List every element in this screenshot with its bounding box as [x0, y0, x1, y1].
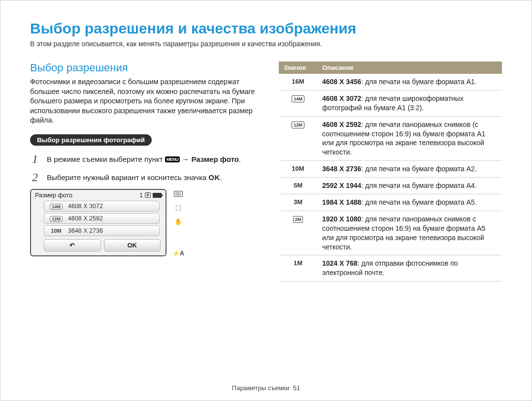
lcd-option-row[interactable]: 10M 3648 X 2736	[44, 225, 160, 236]
page-title: Выбор разрешения и качества изображения	[30, 20, 502, 37]
row-desc: 4608 X 3072: для печати широкоформатных …	[317, 90, 502, 116]
step-1-bold: Размер фото	[192, 155, 239, 163]
flash-auto-icon: ⚡A	[172, 250, 184, 257]
step-1-arrow: →	[180, 155, 191, 163]
lcd-option-row[interactable]: 12M 4608 X 2592	[44, 213, 160, 224]
step-1-dot: .	[239, 155, 241, 163]
row-desc: 4608 X 2592: для печати панорамных снимк…	[317, 116, 502, 161]
intro-text: В этом разделе описывается, как менять п…	[30, 40, 502, 48]
step-2-dot: .	[220, 173, 222, 182]
table-row: 12M4608 X 2592: для печати панорамных сн…	[279, 116, 502, 161]
row-icon: 10M	[279, 161, 317, 178]
camera-lcd: Размер фото 1 Ⅲ 14M 4608 X 3072	[30, 189, 166, 256]
lcd-bottom-bar: ↶ OK	[44, 239, 161, 251]
page: Выбор разрешения и качества изображения …	[0, 0, 532, 401]
page-footer: Параметры съемки 51	[0, 384, 532, 392]
subsection-pill: Выбор разрешения фотографий	[30, 134, 152, 146]
row-icon: 14M	[279, 90, 317, 116]
res-icon: 12M	[49, 216, 63, 221]
lcd-option-row[interactable]: 14M 4608 X 3072	[44, 201, 160, 212]
step-1-text-a: В режиме съемки выберите пункт	[47, 155, 165, 163]
camera-side-icons: SD ⬚ ✋ ⚡A	[172, 189, 184, 257]
th-icon: Значок	[279, 62, 317, 74]
step-1: 1 В режиме съемки выберите пункт MENU → …	[30, 153, 264, 166]
table-row: 14M4608 X 3072: для печати широкоформатн…	[279, 90, 502, 116]
menu-icon: MENU	[165, 156, 180, 162]
frame-icon: ⬚	[175, 204, 181, 211]
ok-icon: OK	[208, 173, 220, 182]
lcd-status-right: 1 Ⅲ	[139, 192, 162, 199]
lcd-option-list: 14M 4608 X 3072 12M 4608 X 2592 10M 3648…	[44, 201, 160, 236]
lcd-count: 1	[139, 192, 143, 199]
ois-icon: ✋	[174, 218, 182, 225]
sd-card-icon: SD	[174, 191, 183, 197]
table-row: 10M3648 X 2736: для печати на бумаге фор…	[279, 161, 502, 178]
row-desc: 1920 X 1080: для печати панорамных снимк…	[317, 211, 502, 255]
res-text: 3648 X 2736	[68, 227, 103, 234]
camera-illustration: Размер фото 1 Ⅲ 14M 4608 X 3072	[30, 189, 264, 257]
table-row: 1M1024 X 768: для отправки фотоснимков п…	[279, 255, 502, 281]
step-number: 1	[30, 153, 40, 166]
section-subtitle: Выбор разрешения	[30, 62, 264, 74]
page-number: 51	[293, 384, 300, 392]
row-icon: 2M	[279, 211, 317, 255]
lcd-statusbar: Размер фото 1 Ⅲ	[31, 190, 166, 201]
res-icon: 10M	[49, 228, 63, 234]
section-paragraph: Фотоснимки и видеозаписи с большим разре…	[30, 77, 264, 125]
row-icon: 1M	[279, 255, 317, 281]
lcd-title: Размер фото	[35, 192, 72, 199]
table-row: 5M2592 X 1944: для печати на бумаге форм…	[279, 178, 502, 194]
res-icon: 14M	[49, 203, 63, 209]
right-column: Значок Описание 16M4608 X 3456: для печа…	[279, 62, 502, 281]
res-text: 4608 X 3072	[68, 203, 103, 210]
step-text: В режиме съемки выберите пункт MENU → Ра…	[47, 155, 241, 163]
row-desc: 4608 X 3456: для печати на бумаге формат…	[317, 74, 502, 90]
row-icon: 3M	[279, 194, 317, 211]
resolution-table: Значок Описание 16M4608 X 3456: для печа…	[279, 62, 502, 281]
back-button[interactable]: ↶	[44, 239, 101, 251]
th-desc: Описание	[317, 62, 502, 74]
left-column: Выбор разрешения Фотоснимки и видеозапис…	[30, 62, 264, 281]
row-desc: 1984 X 1488: для печати на бумаге формат…	[317, 194, 502, 211]
row-desc: 3648 X 2736: для печати на бумаге формат…	[317, 161, 502, 178]
row-icon: 12M	[279, 116, 317, 161]
row-icon: 5M	[279, 178, 317, 194]
step-2-text-a: Выберите нужный вариант и коснитесь знач…	[47, 173, 208, 182]
content-columns: Выбор разрешения Фотоснимки и видеозапис…	[30, 62, 502, 281]
footer-section: Параметры съемки	[232, 384, 290, 392]
step-number: 2	[30, 171, 40, 184]
step-2: 2 Выберите нужный вариант и коснитесь зн…	[30, 171, 264, 184]
row-icon: 16M	[279, 74, 317, 90]
steps-list: 1 В режиме съемки выберите пункт MENU → …	[30, 153, 264, 184]
res-text: 4608 X 2592	[68, 215, 103, 222]
sd-icon: Ⅲ	[145, 192, 151, 198]
table-row: 2M1920 X 1080: для печати панорамных сни…	[279, 211, 502, 255]
table-row: 16M4608 X 3456: для печати на бумаге фор…	[279, 74, 502, 90]
ok-button[interactable]: OK	[104, 239, 161, 251]
row-desc: 2592 X 1944: для печати на бумаге формат…	[317, 178, 502, 194]
battery-icon	[153, 193, 162, 198]
table-row: 3M1984 X 1488: для печати на бумаге форм…	[279, 194, 502, 211]
step-text: Выберите нужный вариант и коснитесь знач…	[47, 173, 222, 182]
row-desc: 1024 X 768: для отправки фотоснимков по …	[317, 255, 502, 281]
